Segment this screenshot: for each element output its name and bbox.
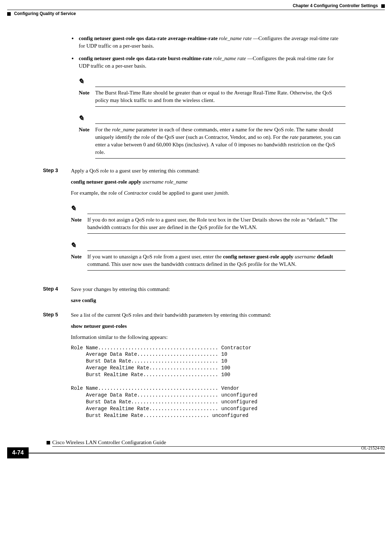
note-label: Note	[71, 253, 87, 261]
step-label: Step 5	[43, 311, 71, 419]
step-text: See a list of the current QoS roles and …	[71, 311, 345, 319]
step-text: Apply a QoS role to a guest user by ente…	[71, 167, 345, 175]
step-4: Step 4 Save your changes by entering thi…	[43, 286, 345, 308]
pencil-icon: ✎	[78, 78, 86, 85]
command-bold: config netuser guest-role qos data-rate …	[79, 55, 212, 61]
pencil-icon: ✎	[78, 115, 86, 122]
note-label: Note	[79, 126, 95, 133]
note-block: ✎ Note The Burst Real-Time Rate should b…	[79, 78, 345, 107]
pencil-icon: ✎	[70, 205, 78, 212]
bullet-item: config netuser guest-role qos data-rate …	[71, 55, 345, 70]
note-label: Note	[79, 89, 95, 97]
note-label: Note	[71, 216, 87, 224]
command-bold: save config	[71, 297, 96, 303]
pencil-icon: ✎	[70, 242, 78, 249]
note-text: If you want to unassign a QoS role from …	[87, 253, 345, 268]
command-bold: config netuser guest-role qos data-rate …	[79, 35, 218, 41]
command-args: username role_name	[142, 179, 188, 185]
section-title-row: Configuring Quality of Service	[0, 10, 392, 17]
page-content: config netuser guest-role qos data-rate …	[0, 17, 392, 439]
doc-id: OL-21524-02	[361, 445, 385, 451]
bullet-list: config netuser guest-role qos data-rate …	[71, 35, 345, 70]
page-number: 4-74	[7, 447, 29, 458]
page-footer: Cisco Wireless LAN Controller Configurat…	[0, 439, 392, 458]
section-marker-icon	[7, 12, 11, 16]
section-title: Configuring Quality of Service	[14, 11, 76, 16]
note-text: For the role_name parameter in each of t…	[95, 126, 345, 156]
header-marker-icon	[381, 4, 385, 8]
step-3: Step 3 Apply a QoS role to a guest user …	[43, 167, 345, 277]
book-title: Cisco Wireless LAN Controller Configurat…	[52, 439, 166, 446]
step-text: Save your changes by entering this comma…	[71, 286, 345, 293]
step-5: Step 5 See a list of the current QoS rol…	[43, 311, 345, 419]
code-output: Role Name...............................…	[71, 345, 345, 419]
step-label: Step 4	[43, 286, 71, 308]
note-block: ✎ Note If you want to unassign a QoS rol…	[71, 242, 345, 271]
chapter-title: Chapter 4 Configuring Controller Setting…	[293, 3, 378, 8]
footer-marker-icon	[47, 441, 50, 444]
note-text: The Burst Real-Time Rate should be great…	[95, 89, 345, 104]
step-example: For example, the role of Contractor coul…	[71, 189, 345, 197]
command-bold: config netuser guest-role apply	[71, 179, 141, 185]
note-text: If you do not assign a QoS role to a gue…	[87, 216, 345, 231]
bullet-item: config netuser guest-role qos data-rate …	[71, 35, 345, 50]
step-label: Step 3	[43, 167, 71, 277]
note-block: ✎ Note For the role_name parameter in ea…	[79, 115, 345, 159]
command-args: role_name rate	[213, 55, 246, 61]
command-args: role_name rate	[219, 35, 252, 41]
step-info: Information similar to the following app…	[71, 334, 345, 341]
page-header: Chapter 4 Configuring Controller Setting…	[0, 0, 392, 10]
note-block: ✎ Note If you do not assign a QoS role t…	[71, 205, 345, 234]
command-bold: show netuser guest-roles	[71, 323, 127, 329]
